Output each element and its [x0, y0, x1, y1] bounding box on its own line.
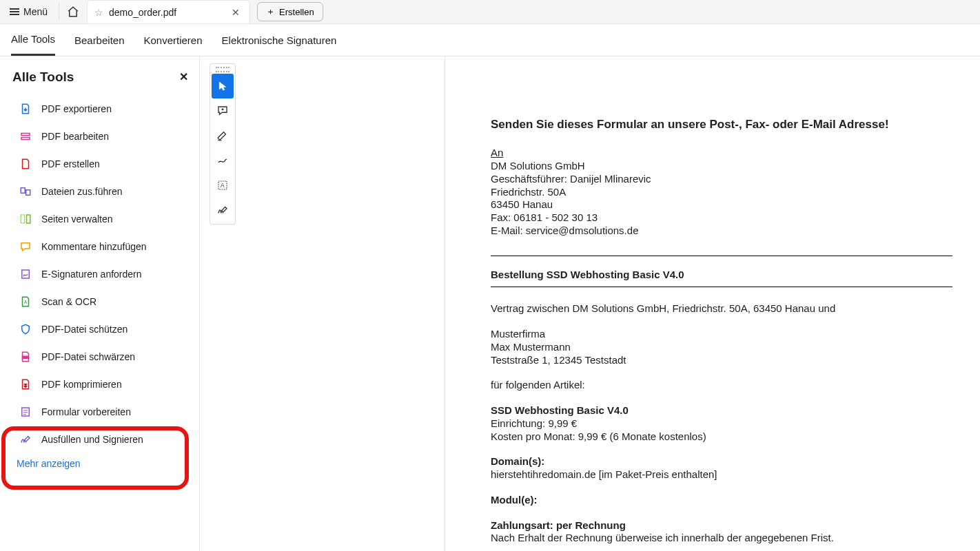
menu-button[interactable]: Menü: [0, 0, 57, 23]
modules-label: Modul(e):: [491, 494, 952, 507]
highlight-tool[interactable]: [212, 123, 234, 148]
create-button[interactable]: ＋ Erstellen: [257, 2, 323, 21]
draw-tool[interactable]: [212, 148, 234, 173]
svg-text:A: A: [24, 300, 28, 304]
cursor-tool[interactable]: [212, 74, 234, 98]
customer-line: Max Mustermann: [491, 341, 952, 354]
tool-label: PDF bearbeiten: [41, 131, 109, 142]
address-line: DM Solutions GmbH: [491, 160, 952, 173]
tool-icon: [19, 378, 32, 391]
drag-handle[interactable]: [213, 65, 232, 74]
tab-title: demo_order.pdf: [109, 7, 176, 18]
hamburger-icon: [10, 8, 19, 15]
tool-icon: [19, 213, 32, 225]
document-area: A Senden Sie dieses Formular an unsere P…: [200, 56, 980, 551]
domains-value: hierstehtihredomain.de [im Paket-Preis e…: [491, 468, 952, 481]
comment-tool[interactable]: [212, 98, 234, 123]
tool-icon: [19, 406, 32, 418]
tool-icon: [19, 185, 32, 198]
draw-icon: [216, 154, 229, 167]
domains-label: Domain(s):: [491, 455, 952, 468]
address-line: 63450 Hanau: [491, 198, 952, 211]
tool-item[interactable]: PDF bearbeiten: [12, 123, 194, 149]
address-label: An: [491, 147, 952, 160]
tools-panel: Alle Tools ✕ PDF exportierenPDF bearbeit…: [0, 56, 200, 551]
contract-line: Vertrag zwischen DM Solutions GmbH, Frie…: [491, 302, 952, 315]
show-more-link[interactable]: Mehr anzeigen: [12, 458, 194, 469]
svg-rect-5: [27, 215, 30, 223]
tool-label: Kommentare hinzufügen: [41, 241, 147, 252]
home-button[interactable]: [61, 0, 85, 23]
monthly-line: Kosten pro Monat: 9,99 € (6 Monate koste…: [491, 430, 952, 444]
cursor-icon: [217, 81, 228, 92]
tool-label: Scan & OCR: [41, 296, 96, 307]
svg-rect-3: [26, 190, 30, 196]
tool-icon: A: [19, 295, 32, 308]
product-name: SSD Webhosting Basic V4.0: [491, 404, 952, 417]
svg-rect-4: [21, 215, 24, 223]
tool-label: E-Signaturen anfordern: [41, 269, 142, 280]
tab-signatures[interactable]: Elektronische Signaturen: [222, 24, 337, 56]
main-area: Alle Tools ✕ PDF exportierenPDF bearbeit…: [0, 56, 980, 551]
panel-title: Alle Tools: [12, 70, 74, 85]
tool-label: PDF erstellen: [41, 158, 100, 169]
tool-item[interactable]: Dateien zus.führen: [12, 178, 194, 205]
payment-note: Nach Erhalt der Rechnung überweise ich i…: [491, 532, 952, 545]
divider: [59, 3, 59, 20]
tool-label: PDF-Datei schwärzen: [41, 351, 135, 362]
sign-tool[interactable]: [212, 198, 234, 222]
tool-item[interactable]: PDF-Datei schützen: [12, 316, 194, 342]
setup-line: Einrichtung: 9,99 €: [491, 417, 952, 430]
tool-item[interactable]: Kommentare hinzufügen: [12, 233, 194, 260]
tool-icon: [19, 130, 32, 143]
for-article: für folgenden Artikel:: [491, 379, 952, 392]
main-toolbar: Alle Tools Bearbeiten Konvertieren Elekt…: [0, 24, 980, 56]
tool-item[interactable]: E-Signaturen anfordern: [12, 261, 194, 287]
tool-item[interactable]: PDF-Datei schwärzen: [12, 344, 194, 370]
tool-list: PDF exportierenPDF bearbeitenPDF erstell…: [12, 96, 194, 453]
customer-line: Musterfirma: [491, 328, 952, 341]
tab-close-button[interactable]: ✕: [229, 6, 243, 19]
tool-label: Seiten verwalten: [41, 214, 113, 225]
document-tab[interactable]: ☆ demo_order.pdf ✕: [87, 0, 250, 23]
order-title: Bestellung SSD Webhosting Basic V4.0: [491, 269, 952, 284]
tool-icon: [19, 433, 32, 446]
hr: [491, 256, 952, 256]
svg-marker-9: [219, 82, 225, 90]
tool-item[interactable]: PDF komprimieren: [12, 371, 194, 397]
pdf-page[interactable]: Senden Sie dieses Formular an unsere Pos…: [445, 56, 980, 551]
menu-label: Menü: [23, 6, 48, 17]
svg-rect-2: [21, 188, 25, 194]
tool-label: PDF exportieren: [41, 103, 112, 114]
panel-close-button[interactable]: ✕: [174, 67, 194, 86]
address-block: DM Solutions GmbHGeschäftsführer: Danije…: [491, 160, 952, 238]
tool-label: PDF-Datei schützen: [41, 324, 127, 335]
textselect-tool[interactable]: A: [212, 173, 234, 198]
tab-convert[interactable]: Konvertieren: [144, 24, 203, 56]
tool-item[interactable]: Seiten verwalten: [12, 206, 194, 232]
create-label: Erstellen: [279, 7, 314, 17]
svg-rect-7: [22, 356, 30, 360]
comment-icon: [216, 105, 229, 117]
svg-rect-0: [21, 134, 30, 136]
payment-label: Zahlungsart: per Rechnung: [491, 519, 952, 532]
tool-item[interactable]: AScan & OCR: [12, 289, 194, 315]
customer-line: Teststraße 1, 12345 Teststadt: [491, 354, 952, 367]
tab-edit[interactable]: Bearbeiten: [74, 24, 125, 56]
tool-item[interactable]: PDF exportieren: [12, 96, 194, 122]
hr: [491, 287, 952, 287]
star-icon[interactable]: ☆: [94, 7, 103, 18]
tool-icon: [19, 158, 32, 170]
svg-text:A: A: [221, 183, 225, 189]
tool-item[interactable]: Formular vorbereiten: [12, 399, 194, 425]
tool-label: Ausfüllen und Signieren: [41, 434, 143, 445]
tool-icon: [19, 103, 32, 115]
tab-all-tools[interactable]: Alle Tools: [11, 24, 55, 56]
tool-label: Dateien zus.führen: [41, 186, 123, 197]
tool-item[interactable]: PDF erstellen: [12, 151, 194, 177]
tool-icon: [19, 323, 32, 335]
tool-icon: [19, 240, 32, 253]
tool-icon: [19, 351, 32, 363]
tool-item[interactable]: Ausfüllen und Signieren: [12, 426, 194, 453]
svg-rect-1: [21, 138, 30, 140]
